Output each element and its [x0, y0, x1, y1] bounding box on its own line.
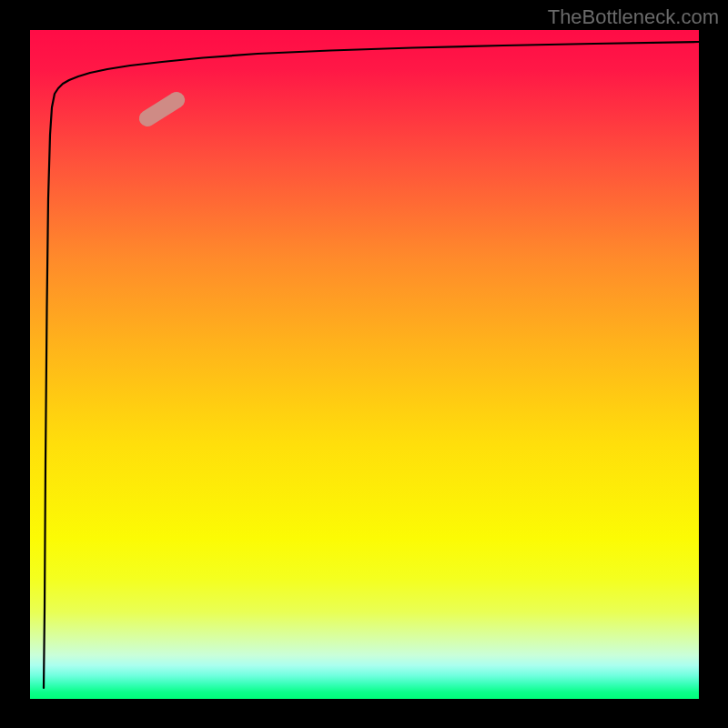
watermark-text: TheBottleneck.com	[548, 5, 719, 29]
chart-plot-area	[30, 30, 699, 699]
